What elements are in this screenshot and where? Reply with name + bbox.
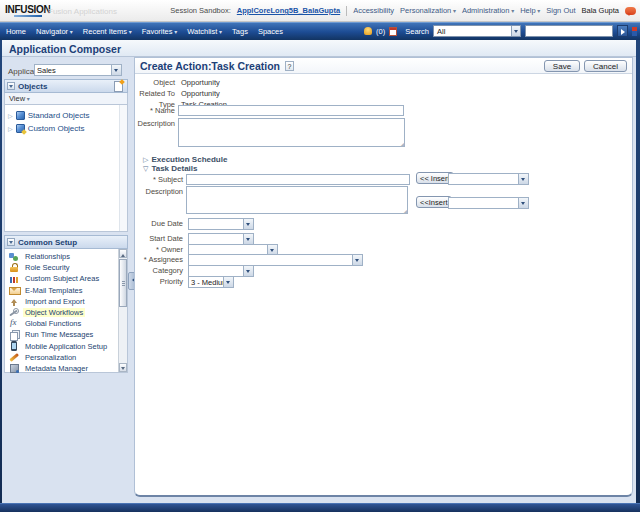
- chevron-down-icon: [518, 198, 528, 208]
- view-menu[interactable]: View: [4, 93, 128, 105]
- subject-input[interactable]: [186, 174, 410, 185]
- chevron-down-icon: [243, 234, 253, 244]
- name-row: * Name: [135, 105, 404, 116]
- list-item-metadata-manager[interactable]: Metadata Manager: [5, 363, 127, 374]
- common-setup-list: Relationships Role Security Custom Subje…: [4, 249, 128, 373]
- nav-navigator[interactable]: Navigator: [36, 27, 73, 36]
- administration-menu[interactable]: Administration: [462, 6, 514, 15]
- list-item-relationships[interactable]: Relationships: [5, 251, 127, 262]
- pencil-icon: [9, 352, 19, 362]
- help-menu[interactable]: Help: [520, 6, 540, 15]
- advanced-search-icon[interactable]: [632, 27, 637, 36]
- chat-bubble-icon[interactable]: [625, 7, 636, 15]
- task-description-row: Description: [135, 186, 408, 214]
- common-setup-panel: Common Setup Relationships Role Security…: [4, 235, 128, 373]
- nav-menu: Home Navigator Recent Items Favorites Wa…: [6, 22, 283, 40]
- page-title-bar: Application Composer: [2, 40, 636, 57]
- priority-value: 3 - Medium: [189, 277, 223, 287]
- search-scope-select[interactable]: All: [433, 25, 521, 37]
- object-value: Opportunity: [181, 77, 220, 87]
- save-button[interactable]: Save: [544, 60, 580, 72]
- description-field-select[interactable]: [448, 197, 529, 209]
- relationships-icon: [9, 252, 19, 262]
- nav-favorites[interactable]: Favorites: [142, 27, 178, 36]
- list-item-import-and-export[interactable]: Import and Export: [5, 296, 127, 307]
- messages-icon: [9, 330, 19, 340]
- list-item-role-security[interactable]: Role Security: [5, 262, 127, 273]
- expanded-arrow-icon: ▽: [143, 165, 148, 173]
- nav-spaces[interactable]: Spaces: [258, 27, 283, 36]
- list-item-object-workflows[interactable]: Object Workflows: [5, 307, 127, 318]
- nav-recent-items[interactable]: Recent Items: [83, 27, 132, 36]
- chevron-down-icon: [111, 65, 121, 75]
- page-title: Application Composer: [9, 43, 121, 55]
- description-insert-button[interactable]: <<Insert: [416, 196, 452, 208]
- global-header: INFUSION Fusion Applications Session San…: [0, 0, 640, 22]
- tree-item-standard-objects[interactable]: ▷ Standard Objects: [8, 109, 127, 122]
- accessibility-link[interactable]: Accessibility: [353, 6, 394, 15]
- description-row: Description: [135, 118, 405, 147]
- list-item-global-functions[interactable]: Global Functions: [5, 318, 127, 329]
- session-sandbox-link[interactable]: ApplCoreLong5B_BalaGupta: [237, 6, 340, 15]
- list-item-personalization[interactable]: Personalization: [5, 352, 127, 363]
- search-input[interactable]: [525, 25, 613, 37]
- calendar-icon[interactable]: [389, 27, 397, 36]
- import-export-icon: [9, 296, 19, 306]
- new-object-icon[interactable]: [114, 81, 123, 92]
- nav-tools: (0) Search All: [364, 22, 637, 40]
- name-input[interactable]: [178, 105, 404, 116]
- tree-scroll-gutter: [119, 105, 127, 231]
- objects-panel-header[interactable]: Objects: [4, 79, 128, 93]
- scrollbar[interactable]: [118, 249, 127, 372]
- infusion-logo: INFUSION: [5, 4, 50, 15]
- scrollbar-thumb[interactable]: [119, 259, 127, 307]
- list-item-run-time-messages[interactable]: Run Time Messages: [5, 329, 127, 340]
- object-row: Object Opportunity: [135, 77, 220, 87]
- list-item-custom-subject-areas[interactable]: Custom Subject Areas: [5, 273, 127, 284]
- expand-icon[interactable]: ▷: [8, 112, 13, 119]
- session-sandbox-label: Session Sandbox:: [170, 6, 230, 15]
- cube-custom-icon: [16, 124, 25, 133]
- app-window: INFUSION Fusion Applications Session San…: [0, 0, 640, 512]
- collapse-icon[interactable]: [7, 82, 15, 90]
- metadata-icon: [9, 363, 19, 373]
- description-textarea[interactable]: [178, 118, 405, 147]
- tree-item-custom-objects[interactable]: ▷ Custom Objects: [8, 122, 127, 135]
- task-description-textarea[interactable]: [186, 186, 408, 214]
- nav-tags[interactable]: Tags: [232, 27, 248, 36]
- common-setup-header[interactable]: Common Setup: [4, 235, 128, 249]
- collapse-icon[interactable]: [7, 238, 15, 246]
- list-item-mobile-application-setup[interactable]: Mobile Application Setup: [5, 341, 127, 352]
- application-value: Sales: [35, 65, 111, 75]
- cancel-button[interactable]: Cancel: [584, 60, 627, 72]
- product-watermark: Fusion Applications: [48, 7, 117, 16]
- task-details-disclosure[interactable]: ▽ Task Details: [143, 164, 198, 173]
- tree-item-label: Standard Objects: [28, 111, 90, 120]
- function-fx-icon: [9, 319, 19, 329]
- help-icon[interactable]: [285, 61, 294, 71]
- scroll-up-icon[interactable]: [119, 249, 127, 258]
- chevron-down-icon: [243, 219, 253, 229]
- scroll-down-icon[interactable]: [119, 363, 127, 372]
- priority-select[interactable]: 3 - Medium: [188, 276, 234, 288]
- panel-title: Create Action:Task Creation: [140, 60, 280, 72]
- logo-underline: [14, 15, 42, 17]
- list-item-email-templates[interactable]: E-Mail Templates: [5, 285, 127, 296]
- create-action-panel: Create Action:Task Creation Save Cancel …: [134, 57, 633, 497]
- collapsed-arrow-icon: ▷: [143, 156, 148, 164]
- sign-out-link[interactable]: Sign Out: [546, 6, 575, 15]
- nav-home[interactable]: Home: [6, 27, 26, 36]
- application-select[interactable]: Sales: [34, 64, 122, 76]
- due-date-row: Due Date: [135, 218, 254, 230]
- personalization-menu[interactable]: Personalization: [400, 6, 456, 15]
- expand-icon[interactable]: ▷: [8, 125, 13, 132]
- execution-schedule-disclosure[interactable]: ▷ Execution Schedule: [143, 155, 227, 164]
- chevron-down-icon: [243, 266, 253, 276]
- subject-field-select[interactable]: [448, 173, 529, 185]
- due-date-select[interactable]: [188, 218, 254, 230]
- search-go-icon[interactable]: [617, 25, 628, 37]
- nav-watchlist[interactable]: Watchlist: [187, 27, 222, 36]
- bell-icon[interactable]: [364, 27, 372, 35]
- envelope-icon: [9, 285, 19, 295]
- notification-count: (0): [376, 27, 385, 36]
